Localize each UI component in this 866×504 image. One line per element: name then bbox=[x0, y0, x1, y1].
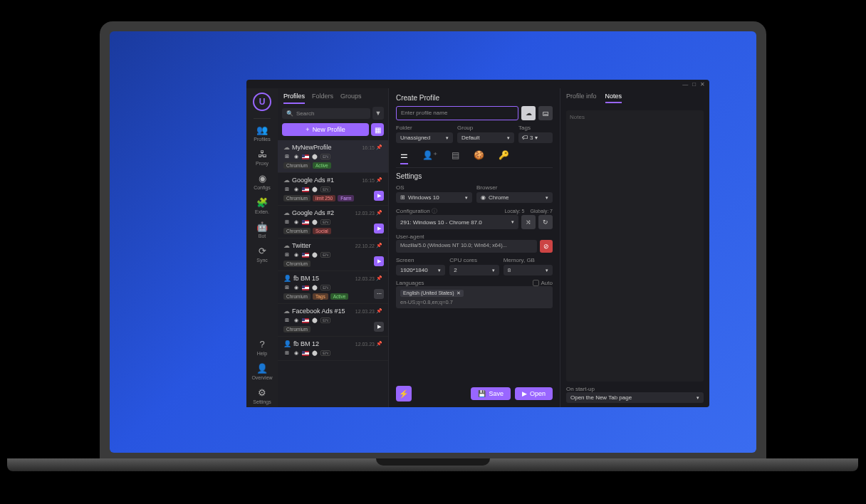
lang-badge: EN bbox=[320, 285, 330, 290]
profile-list[interactable]: ☁MyNewProfile16:15📌⊞◉⬤ENChromiumActive☁G… bbox=[278, 140, 388, 407]
profile-date: 12.03.23 bbox=[355, 211, 375, 216]
lang-badge: EN bbox=[320, 219, 330, 225]
rail-configs[interactable]: ◉Configs bbox=[246, 170, 278, 193]
refresh-button[interactable]: ↻ bbox=[538, 215, 553, 229]
config-select[interactable]: 291: Windows 10 - Chrome 87.0▾ bbox=[396, 215, 518, 229]
lang-badge: EN bbox=[320, 187, 330, 192]
shuffle-button[interactable]: ⤭ bbox=[521, 215, 536, 229]
chrome-icon: ◉ bbox=[293, 317, 300, 324]
tab-folders[interactable]: Folders bbox=[312, 93, 333, 104]
profile-menu-button[interactable]: ⋯ bbox=[374, 289, 384, 299]
tab-storage[interactable]: ▤ bbox=[452, 150, 459, 164]
tab-profile-info[interactable]: Profile info bbox=[566, 93, 597, 103]
lang-badge: EN bbox=[320, 350, 330, 356]
auto-lang-checkbox[interactable]: Auto bbox=[533, 280, 553, 286]
local-button[interactable]: 🖴 bbox=[538, 106, 553, 120]
profile-name: fb BM 15 bbox=[293, 275, 319, 282]
chrome-icon: ◉ bbox=[293, 186, 300, 193]
screen-select[interactable]: 1920*1840▾ bbox=[396, 265, 445, 275]
filter-button[interactable]: ▼ bbox=[372, 107, 384, 120]
remove-lang-icon[interactable]: ✕ bbox=[457, 290, 461, 296]
info-icon[interactable]: ⓘ bbox=[432, 208, 437, 214]
user-icon: 👤 bbox=[256, 363, 268, 374]
person-icon: 👤 bbox=[283, 340, 291, 347]
cloud-icon: ☁ bbox=[283, 209, 290, 216]
profile-item[interactable]: ☁Google Ads #116:15📌⊞◉⬤ENChromiumlimit 2… bbox=[278, 173, 388, 206]
app-window: — □ ✕ U 👥Profiles 🖧Proxy ◉Configs 🧩Exten… bbox=[246, 80, 709, 407]
run-profile-button[interactable]: ▶ bbox=[374, 256, 384, 266]
run-profile-button[interactable]: ▶ bbox=[374, 224, 384, 233]
cpu-select[interactable]: 2▾ bbox=[449, 265, 499, 275]
profile-item[interactable]: ☁Facebook Ads #1512.03.23📌⊞◉⬤ENChromium▶ bbox=[278, 304, 388, 337]
maximize-btn[interactable]: □ bbox=[692, 81, 696, 88]
browser-select[interactable]: ◉Chrome▾ bbox=[476, 192, 553, 203]
rail-bot[interactable]: 🤖Bot bbox=[246, 219, 278, 241]
ua-input[interactable]: Mozilla/5.0 (Windows NT 10.0; Win64; x64… bbox=[396, 240, 537, 253]
rail-overview[interactable]: 👤Overview bbox=[246, 360, 278, 383]
profile-item[interactable]: 👤fb BM 1212.03.23📌⊞◉⬤EN bbox=[278, 337, 388, 361]
os-select[interactable]: ⊞Windows 10▾ bbox=[396, 192, 472, 203]
tags-select[interactable]: 🏷3▾ bbox=[518, 132, 553, 143]
rail-exten[interactable]: 🧩Exten. bbox=[246, 194, 278, 217]
settings-tabs: ⚌ 👤⁺ ▤ 🍪 🔑 bbox=[396, 147, 553, 168]
lang-badge: EN bbox=[320, 317, 330, 323]
checkbox-icon bbox=[533, 280, 539, 286]
mem-select[interactable]: 8▾ bbox=[504, 265, 553, 275]
profile-item[interactable]: ☁MyNewProfile16:15📌⊞◉⬤ENChromiumActive bbox=[278, 140, 388, 173]
sync-icon: ⟳ bbox=[259, 246, 266, 256]
windows-icon: ⊞ bbox=[283, 186, 291, 193]
tab-security[interactable]: 🔑 bbox=[499, 150, 509, 164]
profile-item[interactable]: ☁Google Ads #212.03.23📌⊞◉⬤ENChromiumSoci… bbox=[278, 206, 388, 238]
run-profile-button[interactable]: ▶ bbox=[374, 191, 384, 201]
flag-us-icon bbox=[302, 285, 309, 290]
minimize-btn[interactable]: — bbox=[682, 81, 688, 88]
tab-notes[interactable]: Notes bbox=[605, 93, 622, 103]
save-button[interactable]: 💾Save bbox=[471, 387, 511, 400]
tab-groups[interactable]: Groups bbox=[340, 93, 362, 104]
chrome-icon: ◉ bbox=[293, 350, 300, 357]
new-profile-button[interactable]: + New Profile bbox=[282, 123, 369, 136]
lang-badge: EN bbox=[320, 252, 330, 258]
person-icon: 👤 bbox=[283, 275, 291, 282]
flag-us-icon bbox=[302, 220, 309, 225]
rail-proxy[interactable]: 🖧Proxy bbox=[246, 146, 278, 169]
notes-textarea[interactable]: Notes bbox=[566, 110, 704, 382]
rail-help[interactable]: ?Help bbox=[246, 336, 278, 359]
rail-profiles[interactable]: 👥Profiles bbox=[246, 122, 278, 145]
profile-date: 12.03.23 bbox=[355, 276, 375, 281]
cloud-icon: ☁ bbox=[283, 144, 290, 151]
person-plus-icon: 👤⁺ bbox=[422, 150, 437, 160]
filter-icon: ▼ bbox=[375, 110, 382, 117]
cloud-button[interactable]: ☁ bbox=[521, 106, 536, 120]
rail-settings[interactable]: ⚙Settings bbox=[246, 384, 278, 407]
tags-label: Tags bbox=[518, 125, 553, 131]
drive-icon: 🖴 bbox=[543, 110, 549, 117]
proxy-status-icon: ⬤ bbox=[311, 219, 318, 226]
key-icon: 🔑 bbox=[499, 150, 509, 160]
profile-name-input[interactable]: Enter profile name bbox=[396, 106, 518, 120]
windows-icon: ⊞ bbox=[283, 153, 291, 160]
open-button[interactable]: ▶Open bbox=[515, 387, 553, 400]
lang-box[interactable]: English (United States)✕ en-US;q=0.8,en;… bbox=[396, 286, 553, 308]
proxy-icon: 🖧 bbox=[258, 149, 267, 159]
puzzle-icon: 🧩 bbox=[256, 197, 268, 208]
search-input[interactable]: 🔍 Search bbox=[282, 108, 370, 119]
chrome-icon: ◉ bbox=[293, 284, 300, 291]
quick-action-button[interactable]: ⚡ bbox=[396, 386, 412, 401]
tab-identity[interactable]: 👤⁺ bbox=[422, 150, 437, 164]
rail-sync[interactable]: ⟳Sync bbox=[246, 243, 278, 266]
run-profile-button[interactable]: ▶ bbox=[374, 322, 384, 332]
group-select[interactable]: Default▾ bbox=[457, 132, 514, 143]
close-btn[interactable]: ✕ bbox=[700, 81, 705, 88]
tab-cookies[interactable]: 🍪 bbox=[474, 150, 484, 164]
folder-select[interactable]: Unassigned▾ bbox=[396, 132, 453, 143]
ua-reset-button[interactable]: ⊘ bbox=[540, 240, 553, 253]
startup-select[interactable]: Open the New Tab page▾ bbox=[566, 392, 704, 403]
quick-profile-button[interactable]: ▦ bbox=[371, 123, 384, 136]
left-rail: U 👥Profiles 🖧Proxy ◉Configs 🧩Exten. 🤖Bot… bbox=[246, 88, 278, 407]
tab-general[interactable]: ⚌ bbox=[400, 150, 408, 164]
tab-profiles[interactable]: Profiles bbox=[283, 93, 305, 104]
profile-item[interactable]: 👤fb BM 1512.03.23📌⊞◉⬤ENChromiumTagsActiv… bbox=[278, 271, 388, 304]
profile-item[interactable]: ☁Twitter22.10.22📌⊞◉⬤ENChromium▶ bbox=[278, 238, 388, 271]
plus-icon: + bbox=[306, 126, 309, 133]
